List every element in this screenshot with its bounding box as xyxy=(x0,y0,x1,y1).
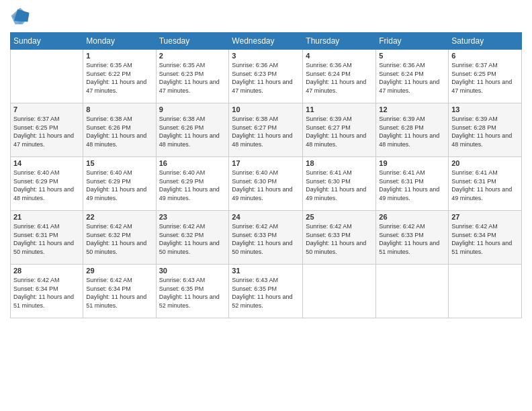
day-number: 22 xyxy=(86,213,152,221)
day-number: 16 xyxy=(159,159,226,167)
day-cell: 11Sunrise: 6:39 AMSunset: 6:27 PMDayligh… xyxy=(303,103,376,157)
day-cell: 12Sunrise: 6:39 AMSunset: 6:28 PMDayligh… xyxy=(376,103,449,157)
day-number: 11 xyxy=(306,105,373,113)
day-cell xyxy=(11,50,83,103)
week-row-4: 21Sunrise: 6:41 AMSunset: 6:31 PMDayligh… xyxy=(11,211,522,265)
day-number: 23 xyxy=(159,213,226,221)
day-info: Sunrise: 6:40 AMSunset: 6:29 PMDaylight:… xyxy=(13,169,80,202)
day-number: 9 xyxy=(159,105,226,113)
week-row-2: 7Sunrise: 6:37 AMSunset: 6:25 PMDaylight… xyxy=(11,103,522,157)
day-info: Sunrise: 6:41 AMSunset: 6:30 PMDaylight:… xyxy=(306,169,373,202)
day-info: Sunrise: 6:42 AMSunset: 6:33 PMDaylight:… xyxy=(379,222,445,256)
weekday-header-thursday: Thursday xyxy=(303,33,376,50)
day-info: Sunrise: 6:43 AMSunset: 6:35 PMDaylight:… xyxy=(232,276,300,310)
day-info: Sunrise: 6:40 AMSunset: 6:30 PMDaylight:… xyxy=(232,169,300,202)
day-info: Sunrise: 6:36 AMSunset: 6:24 PMDaylight:… xyxy=(379,61,445,95)
weekday-header-wednesday: Wednesday xyxy=(229,33,303,50)
calendar-table: SundayMondayTuesdayWednesdayThursdayFrid… xyxy=(10,32,522,318)
day-number: 24 xyxy=(232,213,300,221)
day-info: Sunrise: 6:35 AMSunset: 6:22 PMDaylight:… xyxy=(86,61,152,95)
logo-icon xyxy=(10,7,30,27)
day-number: 29 xyxy=(86,267,152,275)
day-cell: 29Sunrise: 6:42 AMSunset: 6:34 PMDayligh… xyxy=(83,265,156,318)
weekday-header-tuesday: Tuesday xyxy=(156,33,229,50)
day-number: 12 xyxy=(379,105,445,113)
day-info: Sunrise: 6:36 AMSunset: 6:23 PMDaylight:… xyxy=(232,61,300,95)
day-number: 25 xyxy=(306,213,373,221)
day-number: 13 xyxy=(451,105,519,113)
day-number: 18 xyxy=(306,159,373,167)
day-cell: 3Sunrise: 6:36 AMSunset: 6:23 PMDaylight… xyxy=(229,50,303,103)
day-info: Sunrise: 6:41 AMSunset: 6:31 PMDaylight:… xyxy=(13,222,80,256)
day-number: 4 xyxy=(306,52,373,60)
day-cell: 17Sunrise: 6:40 AMSunset: 6:30 PMDayligh… xyxy=(229,157,303,211)
day-cell: 19Sunrise: 6:41 AMSunset: 6:31 PMDayligh… xyxy=(376,157,449,211)
day-number: 26 xyxy=(379,213,445,221)
day-info: Sunrise: 6:35 AMSunset: 6:23 PMDaylight:… xyxy=(159,61,226,95)
day-number: 27 xyxy=(451,213,519,221)
day-number: 10 xyxy=(232,105,300,113)
day-cell xyxy=(303,265,376,318)
day-info: Sunrise: 6:41 AMSunset: 6:31 PMDaylight:… xyxy=(451,169,519,202)
logo xyxy=(10,7,33,27)
day-info: Sunrise: 6:36 AMSunset: 6:24 PMDaylight:… xyxy=(306,61,373,95)
day-number: 21 xyxy=(13,213,80,221)
day-info: Sunrise: 6:40 AMSunset: 6:29 PMDaylight:… xyxy=(86,169,152,202)
day-cell: 30Sunrise: 6:43 AMSunset: 6:35 PMDayligh… xyxy=(156,265,229,318)
day-number: 2 xyxy=(159,52,226,60)
day-cell: 26Sunrise: 6:42 AMSunset: 6:33 PMDayligh… xyxy=(376,211,449,265)
day-number: 20 xyxy=(451,159,519,167)
day-info: Sunrise: 6:42 AMSunset: 6:33 PMDaylight:… xyxy=(306,222,373,256)
day-info: Sunrise: 6:42 AMSunset: 6:32 PMDaylight:… xyxy=(86,222,152,256)
day-cell: 14Sunrise: 6:40 AMSunset: 6:29 PMDayligh… xyxy=(11,157,83,211)
day-cell: 18Sunrise: 6:41 AMSunset: 6:30 PMDayligh… xyxy=(303,157,376,211)
day-cell: 22Sunrise: 6:42 AMSunset: 6:32 PMDayligh… xyxy=(83,211,156,265)
day-cell: 28Sunrise: 6:42 AMSunset: 6:34 PMDayligh… xyxy=(11,265,83,318)
day-info: Sunrise: 6:40 AMSunset: 6:29 PMDaylight:… xyxy=(159,169,226,202)
weekday-header-friday: Friday xyxy=(376,33,449,50)
day-number: 3 xyxy=(232,52,300,60)
day-info: Sunrise: 6:37 AMSunset: 6:25 PMDaylight:… xyxy=(13,115,80,148)
day-cell xyxy=(449,265,522,318)
day-number: 6 xyxy=(451,52,519,60)
day-number: 5 xyxy=(379,52,445,60)
day-info: Sunrise: 6:42 AMSunset: 6:32 PMDaylight:… xyxy=(159,222,226,256)
day-info: Sunrise: 6:42 AMSunset: 6:34 PMDaylight:… xyxy=(86,276,152,310)
weekday-header-saturday: Saturday xyxy=(449,33,522,50)
weekday-header-monday: Monday xyxy=(83,33,156,50)
day-info: Sunrise: 6:42 AMSunset: 6:34 PMDaylight:… xyxy=(451,222,519,256)
day-cell: 8Sunrise: 6:38 AMSunset: 6:26 PMDaylight… xyxy=(83,103,156,157)
day-number: 19 xyxy=(379,159,445,167)
day-cell: 7Sunrise: 6:37 AMSunset: 6:25 PMDaylight… xyxy=(11,103,83,157)
day-info: Sunrise: 6:39 AMSunset: 6:28 PMDaylight:… xyxy=(379,115,445,148)
day-cell: 1Sunrise: 6:35 AMSunset: 6:22 PMDaylight… xyxy=(83,50,156,103)
day-info: Sunrise: 6:38 AMSunset: 6:27 PMDaylight:… xyxy=(232,115,300,148)
day-cell: 20Sunrise: 6:41 AMSunset: 6:31 PMDayligh… xyxy=(449,157,522,211)
day-info: Sunrise: 6:39 AMSunset: 6:28 PMDaylight:… xyxy=(451,115,519,148)
day-cell: 6Sunrise: 6:37 AMSunset: 6:25 PMDaylight… xyxy=(449,50,522,103)
day-info: Sunrise: 6:37 AMSunset: 6:25 PMDaylight:… xyxy=(451,61,519,95)
day-cell: 9Sunrise: 6:38 AMSunset: 6:26 PMDaylight… xyxy=(156,103,229,157)
day-cell: 16Sunrise: 6:40 AMSunset: 6:29 PMDayligh… xyxy=(156,157,229,211)
header xyxy=(10,7,522,27)
week-row-3: 14Sunrise: 6:40 AMSunset: 6:29 PMDayligh… xyxy=(11,157,522,211)
day-number: 31 xyxy=(232,267,300,275)
day-number: 30 xyxy=(159,267,226,275)
day-info: Sunrise: 6:43 AMSunset: 6:35 PMDaylight:… xyxy=(159,276,226,310)
day-cell: 5Sunrise: 6:36 AMSunset: 6:24 PMDaylight… xyxy=(376,50,449,103)
day-cell: 15Sunrise: 6:40 AMSunset: 6:29 PMDayligh… xyxy=(83,157,156,211)
day-cell: 2Sunrise: 6:35 AMSunset: 6:23 PMDaylight… xyxy=(156,50,229,103)
day-cell: 4Sunrise: 6:36 AMSunset: 6:24 PMDaylight… xyxy=(303,50,376,103)
week-row-1: 1Sunrise: 6:35 AMSunset: 6:22 PMDaylight… xyxy=(11,50,522,103)
day-number: 14 xyxy=(13,159,80,167)
day-info: Sunrise: 6:41 AMSunset: 6:31 PMDaylight:… xyxy=(379,169,445,202)
day-cell: 21Sunrise: 6:41 AMSunset: 6:31 PMDayligh… xyxy=(11,211,83,265)
day-cell: 25Sunrise: 6:42 AMSunset: 6:33 PMDayligh… xyxy=(303,211,376,265)
day-info: Sunrise: 6:42 AMSunset: 6:33 PMDaylight:… xyxy=(232,222,300,256)
day-number: 8 xyxy=(86,105,152,113)
day-number: 15 xyxy=(86,159,152,167)
day-cell xyxy=(376,265,449,318)
day-info: Sunrise: 6:38 AMSunset: 6:26 PMDaylight:… xyxy=(159,115,226,148)
day-info: Sunrise: 6:39 AMSunset: 6:27 PMDaylight:… xyxy=(306,115,373,148)
day-info: Sunrise: 6:42 AMSunset: 6:34 PMDaylight:… xyxy=(13,276,80,310)
